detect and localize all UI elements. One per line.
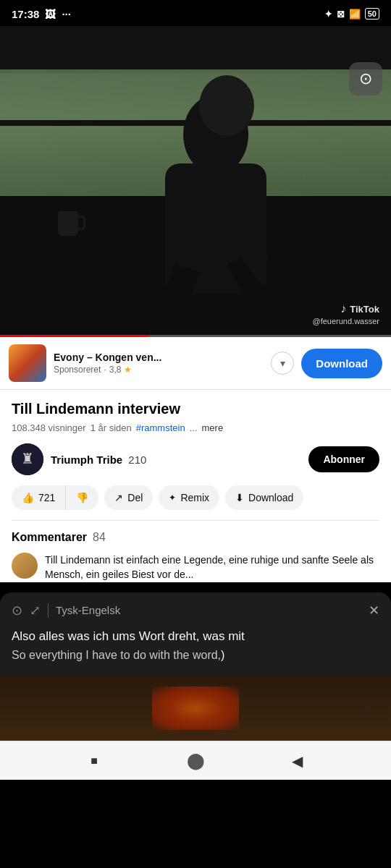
lens-icon[interactable]: ⊙ xyxy=(12,603,22,618)
more-icon: ··· xyxy=(62,8,71,20)
download-label: Download xyxy=(248,492,293,503)
share-icon: ↗ xyxy=(114,492,123,503)
status-bar: 17:38 🖼 ··· ✦ ⊠ 📶 50 xyxy=(0,0,391,26)
person-silhouette xyxy=(114,62,317,337)
video-player[interactable]: ⊙ ♪ TikTok @feuerund.wasser xyxy=(0,26,391,337)
progress-bar[interactable] xyxy=(0,335,391,337)
camera-button[interactable]: ⊙ xyxy=(349,62,382,95)
comment-text: Till Lindemann ist einfach eine Legende,… xyxy=(45,553,379,582)
tiktok-watermark: ♪ TikTok @feuerund.wasser xyxy=(313,302,380,326)
ad-download-button[interactable]: Download xyxy=(301,349,382,378)
tiktok-note-icon: ♪ xyxy=(340,302,346,315)
back-icon: ◀ xyxy=(292,752,303,770)
comments-section: Kommentarer 84 Till Lindemann ist einfac… xyxy=(12,520,379,582)
main-content: Till Lindemann interview 108.348 visning… xyxy=(0,390,391,582)
system-nav-bar: ■ ⬤ ◀ xyxy=(0,741,391,780)
chevron-down-icon: ▾ xyxy=(280,357,285,369)
channel-row: ♜ Triumph Tribe 210 Abonner xyxy=(12,443,379,475)
comment-row: Till Lindemann ist einfach eine Legende,… xyxy=(12,553,379,582)
home-circle-icon: ⬤ xyxy=(187,752,205,770)
ad-chevron-button[interactable]: ▾ xyxy=(271,352,294,375)
like-dislike-group: 👍 721 👎 xyxy=(12,485,98,510)
recent-apps-button[interactable]: ■ xyxy=(81,748,107,774)
video-title: Till Lindemann interview xyxy=(12,400,379,418)
cursor: ) xyxy=(221,649,224,661)
svg-point-2 xyxy=(199,75,254,136)
dislike-button[interactable]: 👎 xyxy=(66,485,98,510)
share-label: Del xyxy=(127,492,143,503)
comments-header: Kommentarer 84 xyxy=(12,531,379,544)
ad-text-group: Evony – Kongen ven... Sponsoreret · 3,8 … xyxy=(54,352,264,375)
translation-lines: Also alles was ich ums Wort dreht, was m… xyxy=(12,627,379,676)
translation-toolbar: ⊙ ⤢ Tysk-Engelsk ✕ xyxy=(12,603,379,618)
remix-button[interactable]: ✦ Remix xyxy=(159,485,219,510)
download-button[interactable]: ⬇ Download xyxy=(225,485,303,510)
action-row: 👍 721 👎 ↗ Del ✦ Remix ⬇ Download xyxy=(12,485,379,510)
home-button[interactable]: ⬤ xyxy=(182,748,209,774)
ad-icon xyxy=(9,344,46,382)
translation-language: Tysk-Engelsk xyxy=(56,604,361,616)
select-text-icon[interactable]: ⤢ xyxy=(30,603,41,618)
back-button[interactable]: ◀ xyxy=(284,748,310,774)
tiktok-handle: @feuerund.wasser xyxy=(313,317,380,326)
status-left: 17:38 🖼 ··· xyxy=(12,8,71,20)
ad-sponsored-label: Sponsoreret xyxy=(54,365,101,375)
original-text: Also alles was ich ums Wort dreht, was m… xyxy=(12,627,379,646)
video-background xyxy=(0,26,391,337)
subscribe-button[interactable]: Abonner xyxy=(308,446,379,472)
ellipsis: ... xyxy=(190,422,198,433)
ad-banner[interactable]: Evony – Kongen ven... Sponsoreret · 3,8 … xyxy=(0,337,391,390)
share-button[interactable]: ↗ Del xyxy=(104,485,153,510)
video-meta: 108.348 visninger 1 år siden #rammstein … xyxy=(12,422,379,433)
channel-name[interactable]: Triumph Tribe 210 xyxy=(51,454,301,466)
bluetooth-icon: ✦ xyxy=(324,9,332,20)
svg-text:♜: ♜ xyxy=(21,451,34,467)
channel-name-group: Triumph Tribe 210 xyxy=(51,454,301,466)
like-count: 721 xyxy=(38,492,55,503)
thumbs-down-icon: 👎 xyxy=(76,492,88,503)
comment-count: 84 xyxy=(93,531,106,544)
view-count: 108.348 visninger xyxy=(12,422,86,433)
camera-icon: ⊙ xyxy=(359,69,372,88)
preview-glow xyxy=(152,686,239,730)
progress-fill xyxy=(0,335,148,337)
gallery-icon: 🖼 xyxy=(45,8,56,20)
translation-bar: ⊙ ⤢ Tysk-Engelsk ✕ Also alles was ich um… xyxy=(0,592,391,676)
ad-star-icon: ★ xyxy=(124,365,132,375)
mug-decoration xyxy=(58,211,78,236)
toolbar-divider xyxy=(48,603,49,618)
bottom-preview xyxy=(0,676,391,741)
translated-text: So everything I have to do with the word… xyxy=(12,647,379,664)
square-icon: ■ xyxy=(91,754,98,767)
comments-label: Kommentarer xyxy=(12,531,87,544)
channel-avatar[interactable]: ♜ xyxy=(12,443,43,475)
more-link[interactable]: mere xyxy=(202,422,224,433)
translation-close-button[interactable]: ✕ xyxy=(369,603,379,618)
ad-title: Evony – Kongen ven... xyxy=(54,352,264,363)
battery-icon: 50 xyxy=(365,8,379,20)
sim-icon: ⊠ xyxy=(337,9,345,20)
remix-icon: ✦ xyxy=(169,493,176,503)
hashtag[interactable]: #rammstein xyxy=(136,422,185,433)
status-right: ✦ ⊠ 📶 50 xyxy=(324,8,379,20)
subscriber-count: 210 xyxy=(128,454,146,466)
remix-label: Remix xyxy=(180,492,209,503)
commenter-avatar xyxy=(12,553,38,579)
thumbs-up-icon: 👍 xyxy=(22,492,34,503)
time-ago: 1 år siden xyxy=(91,422,132,433)
avatar-icon: ♜ xyxy=(12,443,43,475)
time: 17:38 xyxy=(12,8,39,20)
like-button[interactable]: 👍 721 xyxy=(12,485,66,510)
download-icon: ⬇ xyxy=(235,492,244,503)
ad-subtitle: Sponsoreret · 3,8 ★ xyxy=(54,365,264,375)
tiktok-label: TikTok xyxy=(350,304,379,315)
wifi-icon: 📶 xyxy=(349,9,361,20)
ad-rating: 3,8 xyxy=(109,365,122,375)
